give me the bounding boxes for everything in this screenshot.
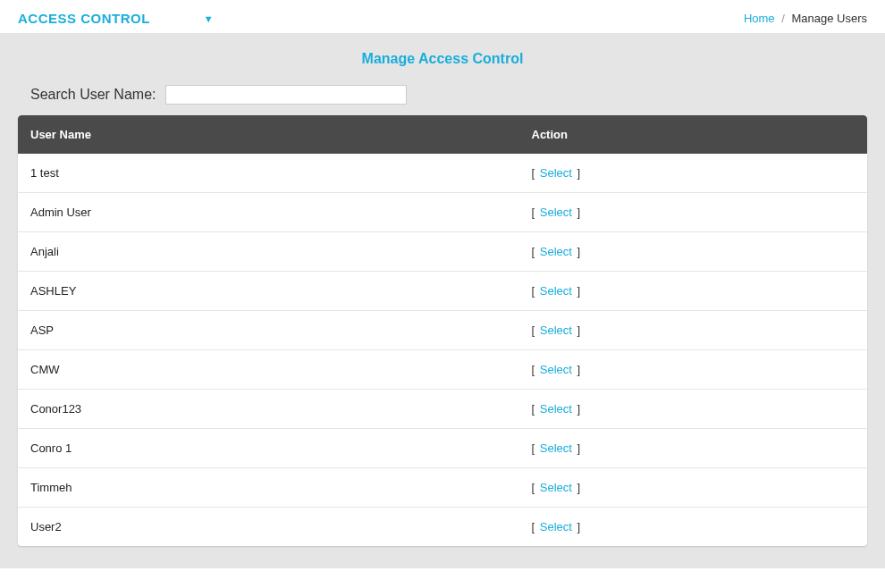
search-label: Search User Name: [30, 87, 156, 103]
bracket-open: [ [532, 206, 535, 219]
select-link[interactable]: Select [540, 284, 572, 298]
cell-username: Anjali [18, 231, 519, 271]
bracket-open: [ [532, 284, 535, 298]
cell-username: ASHLEY [18, 271, 519, 310]
breadcrumb-separator: / [781, 12, 785, 25]
select-link[interactable]: Select [540, 323, 572, 337]
bracket-close: ] [577, 441, 581, 455]
bracket-close: ] [577, 402, 581, 416]
select-link[interactable]: Select [540, 402, 572, 416]
select-link[interactable]: Select [540, 363, 572, 376]
cell-username: CMW [18, 349, 519, 389]
cell-username: Conro 1 [18, 428, 519, 467]
col-header-action: Action [519, 115, 868, 154]
table-row: Admin User[ Select ] [18, 192, 867, 231]
table-row: Conro 1[ Select ] [18, 428, 867, 467]
cell-action: [ Select ] [519, 154, 868, 192]
module-title[interactable]: ACCESS CONTROL [18, 11, 150, 26]
cell-action: [ Select ] [519, 231, 868, 271]
table-row: Conor123[ Select ] [18, 389, 867, 428]
topbar: ACCESS CONTROL ▼ Home / Manage Users [0, 0, 885, 33]
select-link[interactable]: Select [540, 206, 572, 219]
cell-action: [ Select ] [519, 507, 868, 546]
cell-username: Conor123 [18, 389, 519, 428]
select-link[interactable]: Select [540, 166, 572, 180]
search-row: Search User Name: [30, 85, 867, 105]
select-link[interactable]: Select [540, 441, 572, 455]
select-link[interactable]: Select [540, 245, 572, 258]
bracket-close: ] [577, 206, 581, 219]
bracket-open: [ [532, 520, 535, 533]
bracket-close: ] [577, 481, 581, 494]
table-row: ASHLEY[ Select ] [18, 271, 867, 310]
cell-action: [ Select ] [519, 428, 868, 467]
cell-username: ASP [18, 310, 519, 349]
cell-action: [ Select ] [519, 271, 868, 310]
page-title: Manage Access Control [18, 51, 867, 67]
users-table: User Name Action 1 test[ Select ]Admin U… [18, 115, 867, 546]
bracket-close: ] [577, 323, 581, 337]
table-row: Timmeh[ Select ] [18, 467, 867, 507]
bracket-open: [ [532, 245, 535, 258]
cell-username: Timmeh [18, 467, 519, 507]
topbar-left: ACCESS CONTROL ▼ [18, 11, 214, 26]
search-input[interactable] [165, 85, 407, 105]
bracket-close: ] [577, 166, 581, 180]
bracket-close: ] [577, 284, 581, 298]
bracket-open: [ [532, 441, 535, 455]
breadcrumb-home-link[interactable]: Home [744, 12, 775, 25]
cell-action: [ Select ] [519, 192, 868, 231]
table-row: User2[ Select ] [18, 507, 867, 546]
breadcrumb: Home / Manage Users [744, 12, 867, 25]
cell-username: User2 [18, 507, 519, 546]
bracket-close: ] [577, 245, 581, 258]
bracket-open: [ [532, 166, 535, 180]
dropdown-caret-icon[interactable]: ▼ [204, 13, 214, 24]
breadcrumb-current: Manage Users [791, 12, 867, 25]
page-body: Manage Access Control Search User Name: … [0, 33, 885, 568]
bracket-open: [ [532, 402, 535, 416]
table-row: CMW[ Select ] [18, 349, 867, 389]
bracket-close: ] [577, 520, 581, 533]
cell-action: [ Select ] [519, 467, 868, 507]
cell-action: [ Select ] [519, 389, 868, 428]
table-row: ASP[ Select ] [18, 310, 867, 349]
col-header-username: User Name [18, 115, 519, 154]
cell-username: Admin User [18, 192, 519, 231]
bracket-open: [ [532, 323, 535, 337]
select-link[interactable]: Select [540, 520, 572, 533]
bracket-open: [ [532, 481, 535, 494]
cell-action: [ Select ] [519, 349, 868, 389]
select-link[interactable]: Select [540, 481, 572, 494]
bracket-close: ] [577, 363, 581, 376]
table-row: Anjali[ Select ] [18, 231, 867, 271]
cell-username: 1 test [18, 154, 519, 192]
bracket-open: [ [532, 363, 535, 376]
table-row: 1 test[ Select ] [18, 154, 867, 192]
cell-action: [ Select ] [519, 310, 868, 349]
